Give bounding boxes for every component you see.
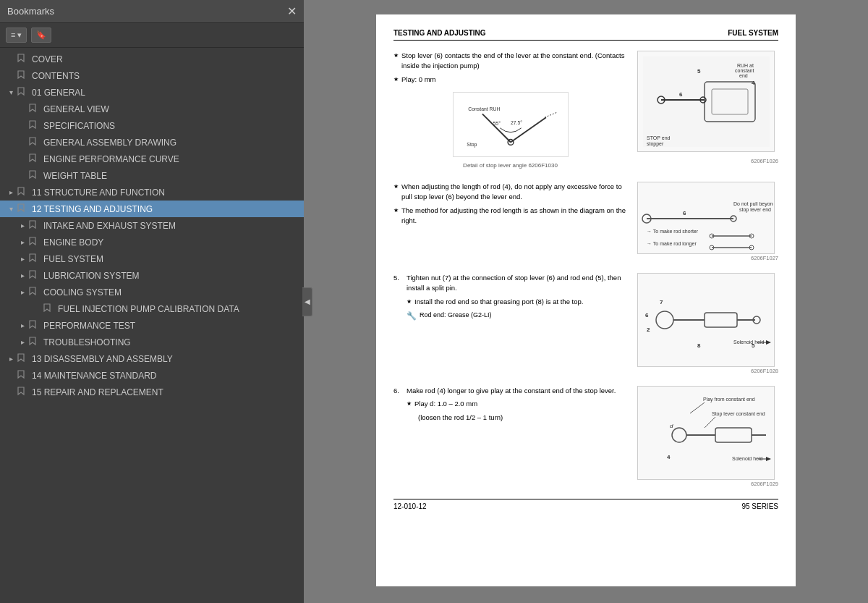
bookmark-arrow-icon: ▸	[17, 288, 27, 296]
svg-text:stop lever end: stop lever end	[739, 207, 771, 213]
item6-numbered: 6. Make rod (4) longer to give play at t…	[393, 386, 627, 423]
bookmark-item-14-maintenance[interactable]: 14 MAINTENANCE STANDARD	[0, 367, 304, 384]
item6-number: 6.	[393, 386, 402, 423]
bookmark-item-15-repair[interactable]: 15 REPAIR AND REPLACEMENT	[0, 384, 304, 400]
item6-fig-caption: 6206F1029	[637, 481, 778, 487]
bookmark-item-general-assembly-drawing[interactable]: GENERAL ASSEMBLY DRAWING	[0, 134, 304, 151]
bookmark-item-engine-performance-curve[interactable]: ENGINE PERFORMANCE CURVE	[0, 151, 304, 167]
item5-image: 7 6 5 8 2 Solenoid held	[637, 273, 775, 367]
svg-text:d: d	[670, 423, 673, 429]
bookmark-item-12-testing[interactable]: ▾12 TESTING AND ADJUSTING	[0, 201, 304, 217]
bookmark-ribbon-icon	[17, 387, 27, 397]
section2-text: When adjusting the length of rod (4), do…	[393, 182, 627, 261]
bookmark-label-general-view: GENERAL VIEW	[43, 104, 298, 114]
sidebar: Bookmarks ✕ ≡ ▾ 🔖 COVERCONTENTS▾01 GENER…	[0, 0, 304, 603]
bookmark-arrow-icon: ▾	[6, 205, 16, 213]
doc-header: TESTING AND ADJUSTING FUEL SYSTEM	[393, 29, 778, 41]
bookmark-label-14-maintenance: 14 MAINTENANCE STANDARD	[32, 371, 298, 381]
section1-text: Stop lever (6) contacts the end of the l…	[393, 51, 627, 170]
bookmark-ribbon-icon	[17, 70, 27, 81]
doc-footer-right: 95 SERIES	[741, 502, 778, 510]
bookmark-item-engine-body[interactable]: ▸ENGINE BODY	[0, 234, 304, 250]
bookmark-item-11-structure[interactable]: ▸11 STRUCTURE AND FUNCTION	[0, 184, 304, 201]
bookmark-ribbon-icon	[29, 287, 39, 298]
svg-text:→ To make rod longer: → To make rod longer	[647, 241, 697, 247]
bookmark-label-cooling-system: COOLING SYSTEM	[43, 287, 298, 298]
bookmark-label-contents: CONTENTS	[32, 71, 298, 81]
bookmark-item-fuel-injection-pump[interactable]: FUEL INJECTION PUMP CALIBRATION DATA	[0, 300, 304, 317]
bookmark-label-intake-exhaust: INTAKE AND EXHAUST SYSTEM	[43, 221, 298, 231]
bookmark-item-weight-table[interactable]: WEIGHT TABLE	[0, 167, 304, 184]
bookmark-label-troubleshooting: TROUBLESHOOTING	[43, 337, 298, 347]
doc-header-left: TESTING AND ADJUSTING	[393, 29, 486, 37]
item5-section: 5. Tighten nut (7) at the connection of …	[393, 273, 778, 374]
sidebar-bookmark-button[interactable]: 🔖	[31, 28, 51, 43]
svg-text:Constant RUH: Constant RUH	[468, 106, 500, 111]
svg-text:8: 8	[697, 342, 701, 349]
item5-numbered: 5. Tighten nut (7) at the connection of …	[393, 273, 627, 321]
bookmark-label-performance-test: PERFORMANCE TEST	[43, 321, 298, 331]
bookmark-label-12-testing: 12 TESTING AND ADJUSTING	[32, 204, 298, 214]
svg-text:end: end	[739, 73, 748, 78]
section2-bullet2: The method for adjusting the rod length …	[393, 206, 627, 227]
svg-text:6: 6	[645, 312, 649, 319]
item6-content: Make rod (4) longer to give play at the …	[407, 386, 627, 423]
section1-image-col: STOP end stopper RUH at constant end 5 4…	[637, 51, 778, 170]
bookmark-item-intake-exhaust[interactable]: ▸INTAKE AND EXHAUST SYSTEM	[0, 217, 304, 234]
svg-text:→ To make rod shorter: → To make rod shorter	[647, 229, 699, 234]
svg-line-0	[482, 114, 510, 142]
bookmark-ribbon-icon	[29, 104, 39, 114]
svg-line-7	[544, 112, 556, 117]
item6-bullet1: Play d: 1.0 – 2.0 mm	[407, 399, 627, 409]
bookmark-item-fuel-system[interactable]: ▸FUEL SYSTEM	[0, 250, 304, 267]
bookmark-item-performance-test[interactable]: ▸PERFORMANCE TEST	[0, 317, 304, 334]
bookmark-ribbon-icon	[17, 54, 27, 64]
bookmark-arrow-icon: ▸	[17, 271, 27, 279]
bookmark-item-troubleshooting[interactable]: ▸TROUBLESHOOTING	[0, 334, 304, 350]
bookmark-item-lubrication-system[interactable]: ▸LUBRICATION SYSTEM	[0, 267, 304, 284]
bookmark-ribbon-icon	[43, 303, 54, 314]
svg-rect-51	[641, 389, 772, 477]
bookmark-label-specifications: SPECIFICATIONS	[43, 121, 298, 131]
bookmark-arrow-icon: ▸	[6, 188, 16, 196]
svg-text:Stop lever constant end: Stop lever constant end	[712, 411, 765, 417]
bookmark-arrow-icon: ▸	[17, 238, 27, 246]
sidebar-collapse-button[interactable]: ◀	[302, 287, 312, 316]
bookmark-ribbon-icon	[29, 337, 39, 347]
svg-text:Play from constant end: Play from constant end	[703, 397, 755, 402]
bookmark-item-cooling-system[interactable]: ▸COOLING SYSTEM	[0, 284, 304, 300]
bookmark-label-15-repair: 15 REPAIR AND REPLACEMENT	[32, 387, 298, 397]
bookmark-label-weight-table: WEIGHT TABLE	[43, 171, 298, 181]
svg-text:constant: constant	[735, 68, 754, 73]
bookmark-label-01-general: 01 GENERAL	[32, 88, 298, 98]
sidebar-close-button[interactable]: ✕	[287, 4, 297, 18]
svg-text:4: 4	[752, 80, 755, 86]
bookmark-arrow-icon: ▸	[17, 321, 27, 329]
svg-text:27.5°: 27.5°	[511, 120, 522, 125]
bookmark-item-general-view[interactable]: GENERAL VIEW	[0, 101, 304, 117]
bookmark-label-fuel-system: FUEL SYSTEM	[43, 254, 298, 264]
svg-text:5: 5	[697, 68, 701, 75]
bookmark-item-13-disassembly[interactable]: ▸13 DISASSEMBLY AND ASSEMBLY	[0, 350, 304, 367]
doc-header-right: FUEL SYSTEM	[728, 29, 778, 37]
main-content: TESTING AND ADJUSTING FUEL SYSTEM Stop l…	[304, 0, 868, 603]
bookmark-item-cover[interactable]: COVER	[0, 51, 304, 67]
bookmark-label-engine-performance-curve: ENGINE PERFORMANCE CURVE	[43, 154, 298, 164]
item5-grease: 🔧 Rod end: Grease (G2-LI)	[407, 310, 627, 322]
section2: When adjusting the length of rod (4), do…	[393, 182, 778, 261]
bookmark-ribbon-icon	[29, 253, 39, 264]
bookmark-arrow-icon: ▾	[6, 88, 16, 96]
item5-number: 5.	[393, 273, 402, 321]
bookmark-item-contents[interactable]: CONTENTS	[0, 67, 304, 84]
sidebar-menu-button[interactable]: ≡ ▾	[6, 28, 27, 43]
bookmark-ribbon-icon	[17, 87, 27, 98]
bookmark-ribbon-icon	[17, 370, 27, 381]
bookmark-ribbon-icon	[29, 237, 39, 248]
item5-text: 5. Tighten nut (7) at the connection of …	[393, 273, 627, 374]
bookmark-item-specifications[interactable]: SPECIFICATIONS	[0, 117, 304, 134]
bookmark-item-01-general[interactable]: ▾01 GENERAL	[0, 84, 304, 101]
section2-image-col: Do not pull beyond stop lever end → To m…	[637, 182, 778, 261]
bookmark-ribbon-icon	[29, 137, 39, 148]
section1-fig-caption: 6206F1026	[637, 158, 778, 164]
bookmark-ribbon-icon	[29, 170, 39, 181]
